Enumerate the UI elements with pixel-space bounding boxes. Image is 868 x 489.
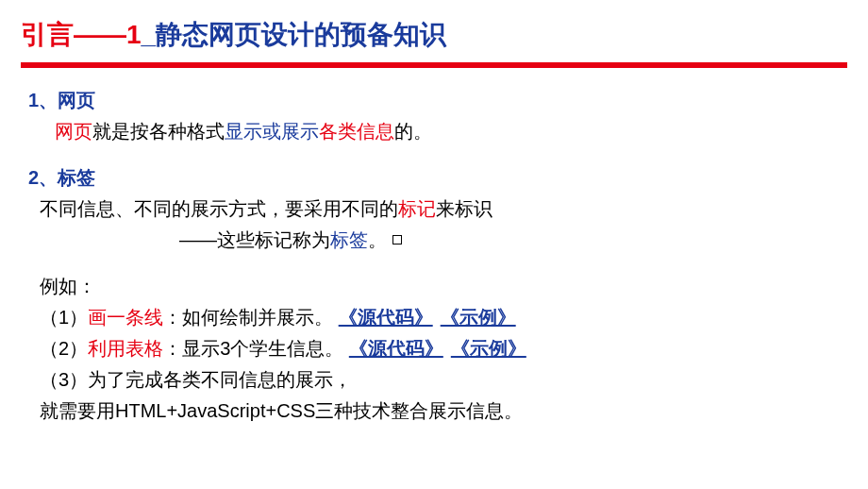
text-usetable: 利用表格 <box>88 338 163 359</box>
text-plain: 的。 <box>394 121 432 142</box>
title-rest: 静态网页设计的预备知识 <box>156 20 446 49</box>
link-source-1[interactable]: 《源代码》 <box>339 307 433 328</box>
content-body: 1、网页 网页就是按各种格式显示或展示各类信息的。 2、标签 不同信息、不同的展… <box>21 85 847 427</box>
link-demo-2[interactable]: 《示例》 <box>451 338 526 359</box>
section-2-line-2: ——这些标记称为标签。 <box>28 225 847 256</box>
example-item-1: （1）画一条线：如何绘制并展示。 《源代码》《示例》 <box>28 302 847 333</box>
section-2-heading: 2、标签 <box>28 162 847 194</box>
example-item-3b: 就需要用HTML+JavaScript+CSS三种技术整合展示信息。 <box>28 396 847 427</box>
text-info: 各类信息 <box>319 121 394 142</box>
page-title: 引言——1_静态网页设计的预备知识 <box>21 17 847 53</box>
link-demo-1[interactable]: 《示例》 <box>441 307 516 328</box>
text-drawline: 画一条线 <box>88 307 163 328</box>
text-plain: （1） <box>40 307 88 328</box>
text-plain: （2） <box>40 338 88 359</box>
examples-intro: 例如： <box>28 271 847 302</box>
title-underscore: _ <box>142 20 157 49</box>
title-prefix: 引言——1 <box>21 20 142 49</box>
link-source-2[interactable]: 《源代码》 <box>349 338 443 359</box>
divider-red <box>21 62 847 68</box>
text-plain: 不同信息、不同的展示方式，要采用不同的 <box>40 198 398 219</box>
text-plain: 。 <box>368 229 387 250</box>
text-tag: 标签 <box>330 229 368 250</box>
text-plain: ：如何绘制并展示。 <box>163 307 333 328</box>
text-plain: ——这些标记称为 <box>179 229 330 250</box>
text-mark: 标记 <box>398 198 436 219</box>
text-plain: 来标识 <box>436 198 492 219</box>
example-item-2: （2）利用表格：显示3个学生信息。 《源代码》《示例》 <box>28 333 847 364</box>
section-2-line-1: 不同信息、不同的展示方式，要采用不同的标记来标识 <box>28 194 847 225</box>
example-item-3a: （3）为了完成各类不同信息的展示， <box>28 364 847 396</box>
text-plain: 就是按各种格式 <box>92 121 225 142</box>
section-1-line: 网页就是按各种格式显示或展示各类信息的。 <box>28 116 847 147</box>
section-1-heading: 1、网页 <box>28 85 847 116</box>
text-display: 显示或展示 <box>225 121 319 142</box>
text-webpage: 网页 <box>55 121 92 142</box>
cursor-icon <box>392 235 402 244</box>
text-plain: ：显示3个学生信息。 <box>163 338 343 359</box>
